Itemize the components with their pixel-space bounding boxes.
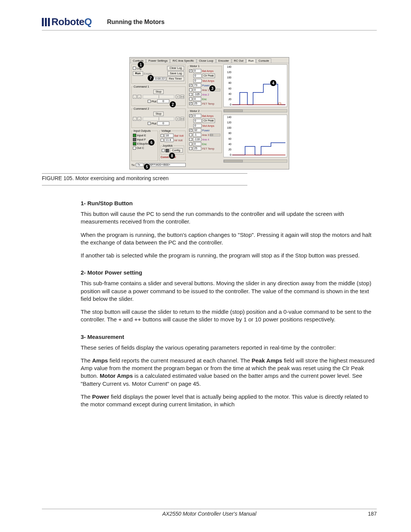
m1-mota-field: 0 xyxy=(193,79,202,83)
m2-fet-checkbox[interactable] xyxy=(189,147,192,150)
m1-bat-label: Bat Amps xyxy=(202,70,213,72)
cmd1-plus-button[interactable]: + xyxy=(176,95,180,99)
batv-checkbox[interactable] xyxy=(161,134,164,137)
header-title: Running the Motors xyxy=(107,19,164,26)
g2-y-60: 60 xyxy=(225,137,231,140)
cmd1-slider[interactable] xyxy=(143,95,174,99)
m1-bat-checkbox[interactable] xyxy=(189,69,192,72)
m1-ana1-checkbox[interactable] xyxy=(189,88,192,91)
save-log-button[interactable]: Save Log xyxy=(167,71,184,76)
out-c-checkbox[interactable] xyxy=(133,147,136,150)
cmd1-plot-checkbox[interactable] xyxy=(148,100,151,103)
cmd2-stop-button[interactable]: Stop xyxy=(153,112,164,116)
log-checkbox[interactable] xyxy=(133,67,136,70)
input-e-label: Input E xyxy=(137,134,146,137)
m2-ana1-scroll[interactable] xyxy=(210,134,220,136)
run-button[interactable]: Run xyxy=(133,71,143,76)
tab-run[interactable]: Run xyxy=(246,58,256,63)
m1-pow-checkbox[interactable] xyxy=(189,84,192,87)
m1-ana2-field: -105 xyxy=(193,93,201,96)
callout-1: 1 xyxy=(138,62,144,68)
callout-8: 8 xyxy=(169,153,175,159)
g2-y-100: 100 xyxy=(225,126,231,129)
g2-y-120: 120 xyxy=(225,121,231,124)
callout-4: 4 xyxy=(270,80,276,86)
m2-clr-peak-button[interactable]: Clr Peak xyxy=(202,118,215,123)
tab-encoder[interactable]: Encoder xyxy=(216,58,231,63)
m1-ana2-checkbox[interactable] xyxy=(189,93,192,96)
tab-console[interactable]: Console xyxy=(256,58,271,63)
intv-label: Int Volt xyxy=(174,139,182,142)
input-e-led xyxy=(133,134,136,137)
m1-ana2-label: Ana 2 xyxy=(202,93,209,96)
cmd2-dminus-button[interactable]: -- xyxy=(137,117,141,121)
cmd2-plus-button[interactable]: + xyxy=(176,117,180,121)
tx-data-field: ?p00FFIA00+IB00+ xyxy=(144,163,186,167)
tab-close-loop[interactable]: Close Loop xyxy=(197,58,216,63)
m1-fet-checkbox[interactable] xyxy=(189,102,192,105)
m2-enc-field: 0 xyxy=(193,142,201,146)
m1-ana1-field: 0 xyxy=(193,88,201,92)
section2-p1: This sub-frame contains a slider and sev… xyxy=(81,280,377,303)
cmd2-dplus-button[interactable]: ++ xyxy=(180,117,184,121)
tab-rc-ana[interactable]: R/C Ana Specific xyxy=(170,58,196,63)
tab-power-settings[interactable]: Power Settings xyxy=(146,58,170,63)
m2-enc-label: Enc xyxy=(202,143,207,145)
g2-y-80: 80 xyxy=(225,132,231,134)
m1-enc-checkbox[interactable] xyxy=(189,97,192,101)
text-content: 1- Run/Stop Button This button will caus… xyxy=(42,200,377,408)
motor1-graph: 140 120 100 80 60 40 20 0 xyxy=(223,64,287,107)
cmd2-plot-checkbox[interactable] xyxy=(148,122,151,125)
motor2-group: Motor 2 0Bat Amps 0Clr Peak 0Mot Amps 32… xyxy=(188,109,222,153)
m2-ana4-label: Ana 4 xyxy=(202,138,209,141)
m2-bat-checkbox[interactable] xyxy=(189,114,192,117)
m1-clr-peak-button[interactable]: Clr Peak xyxy=(202,73,215,78)
command2-group: Command 2 Stop - -- + ++ Pl xyxy=(131,107,186,128)
graph1-scrollbar[interactable] xyxy=(223,109,287,112)
m2-ana3-label: Ana 3 xyxy=(202,134,209,136)
section1-p3: If another tab is selected while the pro… xyxy=(81,252,377,259)
joy-checkbox[interactable] xyxy=(162,149,165,152)
app-screenshot: Controls Power Settings R/C Ana Specific… xyxy=(129,57,289,169)
g1-y-80: 80 xyxy=(225,81,231,84)
m2-pow-label: Power xyxy=(202,129,210,132)
m2-enc-checkbox[interactable] xyxy=(189,142,192,145)
intv-checkbox[interactable] xyxy=(161,139,164,142)
callout-7: 7 xyxy=(148,75,154,81)
cmd1-minus-button[interactable]: - xyxy=(133,95,137,99)
footer-manual-title: AX2550 Motor Controller User's Manual xyxy=(162,511,256,517)
estop-label: EStop/Inv xyxy=(137,142,150,145)
tx-label: Tx: xyxy=(131,163,135,167)
g1-y-20: 20 xyxy=(225,98,231,101)
cmd1-dminus-button[interactable]: -- xyxy=(137,95,141,99)
section1-p2: When the program is running, the button'… xyxy=(81,231,377,247)
section3-p3: The Power field displays the power level… xyxy=(81,393,377,409)
clear-log-button[interactable]: Clear Log xyxy=(167,66,184,70)
section2-heading: 2- Motor Power setting xyxy=(81,269,377,276)
g1-y-120: 120 xyxy=(225,71,231,73)
cmd1-dplus-button[interactable]: ++ xyxy=(180,95,184,99)
voltage-legend: Voltage xyxy=(161,129,172,133)
section3-p1: These series of fields display the vario… xyxy=(81,344,377,351)
figure-rule-bottom xyxy=(42,185,247,185)
motor1-group: Motor 1 0Bat Amps 0Clr Peak 0Mot Amps 73… xyxy=(188,64,222,108)
tab-rc-out[interactable]: RC Out xyxy=(232,58,246,63)
io-group: Input Outputs Input E Input F EStop/Inv … xyxy=(131,129,158,161)
m2-pow-checkbox[interactable] xyxy=(189,129,192,132)
cmd2-minus-button[interactable]: - xyxy=(133,117,137,121)
out-c-label: Out C xyxy=(137,146,144,150)
m2-ana1-checkbox[interactable] xyxy=(189,133,192,136)
m2-bat-field: 0 xyxy=(193,114,201,118)
graph2-scrollbar[interactable] xyxy=(223,160,287,163)
m2-mota-field: 0 xyxy=(193,124,202,128)
m2-ana2-checkbox[interactable] xyxy=(189,138,192,141)
config-button[interactable]: Config xyxy=(170,148,183,153)
tab-controls[interactable]: Controls xyxy=(131,58,146,63)
g1-y-60: 60 xyxy=(225,87,231,90)
cmd1-stop-button[interactable]: Stop xyxy=(153,89,164,94)
motor1-legend: Motor 1 xyxy=(189,64,200,68)
motor2-graph: 140 120 100 80 60 40 20 0 xyxy=(223,115,287,157)
reset-timer-button[interactable]: Res Timer xyxy=(167,77,184,81)
cmd2-slider[interactable] xyxy=(143,117,174,121)
m1-pow-label: Power xyxy=(202,84,210,87)
